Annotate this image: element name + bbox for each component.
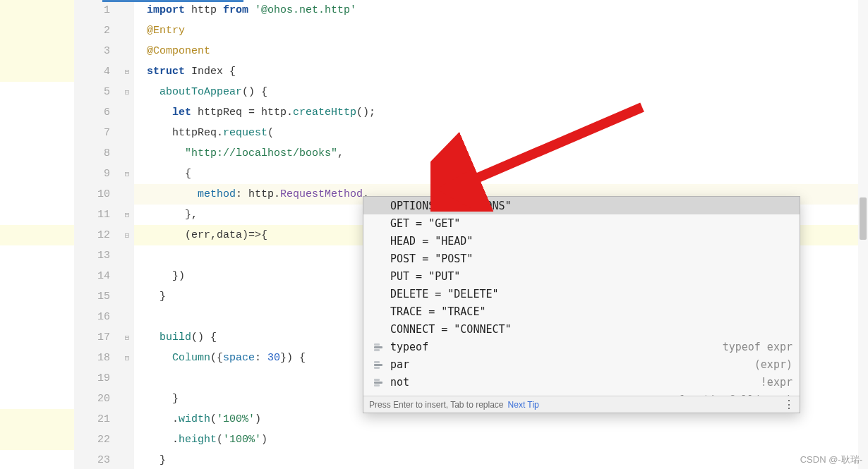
completion-item-label: DELETE = "DELETE"	[390, 288, 792, 300]
watermark: CSDN @-耿瑞-	[800, 453, 862, 466]
completion-item[interactable]: GET = "GET"	[363, 214, 800, 232]
line-number: 15	[97, 291, 110, 303]
line-number: 6	[104, 106, 110, 118]
completion-item-label: HEAD = "HEAD"	[390, 235, 792, 248]
svg-rect-2	[374, 349, 380, 351]
completion-item-label: arg	[390, 394, 677, 396]
svg-rect-7	[374, 379, 380, 381]
line-number: 13	[97, 250, 110, 262]
completion-item-label: GET = "GET"	[390, 217, 792, 230]
completion-item-tail: (expr)	[754, 358, 792, 371]
line-number: 18	[97, 352, 110, 364]
code-line: .height('100%')	[134, 430, 868, 450]
completion-item[interactable]: typeoftypeof expr	[363, 338, 800, 355]
svg-rect-8	[374, 384, 380, 386]
completion-item-label: typeof	[390, 341, 723, 353]
code-line: "http://localhost/books",	[134, 143, 868, 164]
gutter: 1 2 3 4⊟ 5⊟ 6 7 8 9⊟ 10 11⊟ 12⊟ 13 14 15…	[74, 0, 134, 469]
completion-item[interactable]: POST = "POST"	[363, 250, 800, 267]
line-number: 23	[97, 454, 110, 466]
completion-item[interactable]: TRACE = "TRACE"	[363, 303, 800, 320]
fold-toggle-icon[interactable]: ⊟	[123, 211, 131, 219]
completion-item-tail: functionCall(expr)	[677, 394, 792, 396]
line-number: 8	[104, 147, 110, 159]
completion-item-tail: typeof expr	[723, 341, 792, 353]
svg-rect-5	[374, 367, 380, 369]
template-icon	[372, 395, 385, 396]
line-number: 7	[104, 127, 110, 139]
fold-toggle-icon[interactable]: ⊟	[123, 88, 131, 97]
code-line: }	[134, 450, 868, 469]
fold-toggle-icon[interactable]: ⊟	[123, 354, 131, 363]
line-number: 21	[97, 413, 110, 425]
line-number: 5	[104, 86, 110, 98]
code-line: httpReq.request(	[134, 123, 868, 143]
completion-item[interactable]: argfunctionCall(expr)	[363, 391, 800, 396]
next-tip-link[interactable]: Next Tip	[508, 400, 539, 410]
completion-item[interactable]: par(expr)	[363, 355, 800, 373]
template-icon	[372, 377, 385, 387]
line-number: 12	[97, 229, 110, 241]
fold-toggle-icon[interactable]: ⊟	[123, 68, 131, 76]
completion-item-label: POST = "POST"	[390, 252, 792, 265]
code-line: import http from '@ohos.net.http'	[134, 0, 868, 20]
svg-rect-0	[374, 346, 382, 348]
completion-item-label: CONNECT = "CONNECT"	[390, 323, 792, 336]
completion-item[interactable]: PUT = "PUT"	[363, 267, 800, 285]
line-number: 14	[97, 270, 110, 282]
completion-footer: Press Enter to insert, Tab to replace Ne…	[363, 396, 800, 413]
line-number: 10	[97, 188, 110, 200]
completion-item[interactable]: HEAD = "HEAD"	[363, 232, 800, 250]
completion-item-label: PUT = "PUT"	[390, 270, 792, 283]
completion-popup[interactable]: OPTIONS = "OPTIONS"GET = "GET"HEAD = "HE…	[363, 196, 800, 413]
code-line: let httpReq = http.createHttp();	[134, 102, 868, 123]
line-number: 3	[104, 45, 110, 57]
vertical-scrollbar[interactable]	[858, 0, 868, 469]
completion-item[interactable]: DELETE = "DELETE"	[363, 285, 800, 303]
fold-toggle-icon[interactable]: ⊟	[123, 334, 131, 342]
line-number: 19	[97, 372, 110, 384]
code-line: @Component	[134, 41, 868, 61]
svg-rect-4	[374, 361, 380, 363]
code-line: @Entry	[134, 20, 868, 41]
line-number: 22	[97, 434, 110, 446]
fold-toggle-icon[interactable]: ⊟	[123, 170, 131, 178]
code-line: struct Index {	[134, 61, 868, 82]
completion-item-label: TRACE = "TRACE"	[390, 305, 792, 318]
error-stripe	[0, 0, 74, 469]
completion-hint: Press Enter to insert, Tab to replace	[369, 400, 504, 410]
svg-rect-6	[374, 382, 382, 384]
template-icon	[372, 360, 385, 370]
line-number: 16	[97, 311, 110, 323]
completion-item-tail: !expr	[761, 376, 792, 389]
completion-list[interactable]: OPTIONS = "OPTIONS"GET = "GET"HEAD = "HE…	[363, 197, 800, 396]
line-number: 17	[97, 331, 110, 343]
completion-item[interactable]: not!expr	[363, 373, 800, 391]
line-number: 11	[97, 209, 110, 221]
line-number: 9	[104, 168, 110, 180]
completion-item-label: par	[390, 358, 754, 371]
line-number: 2	[104, 25, 110, 37]
scrollbar-thumb[interactable]	[860, 197, 867, 240]
more-icon[interactable]: ⋮	[783, 398, 794, 411]
template-icon	[372, 342, 385, 352]
svg-rect-1	[374, 343, 380, 346]
line-number: 20	[97, 393, 110, 405]
code-line: {	[134, 164, 868, 184]
code-line: aboutToAppear() {	[134, 82, 868, 102]
line-number: 4	[104, 66, 110, 78]
completion-item-label: OPTIONS = "OPTIONS"	[390, 200, 792, 212]
completion-item-label: not	[390, 376, 761, 389]
line-number: 1	[104, 4, 110, 16]
fold-toggle-icon[interactable]: ⊟	[123, 231, 131, 240]
completion-item[interactable]: CONNECT = "CONNECT"	[363, 320, 800, 338]
completion-item[interactable]: OPTIONS = "OPTIONS"	[363, 197, 800, 214]
svg-rect-3	[374, 364, 382, 366]
